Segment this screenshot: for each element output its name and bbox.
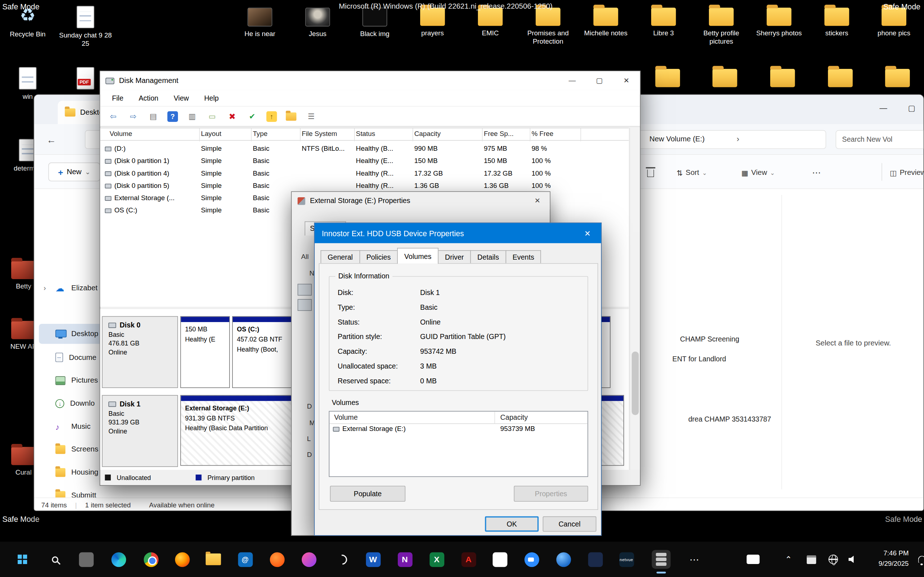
minimize-button[interactable]	[559, 71, 586, 90]
taskbar-media-button[interactable]	[299, 550, 318, 569]
file-item[interactable]: drea CHAMP 3531433787	[688, 415, 771, 423]
tab-driver[interactable]: Driver	[438, 250, 471, 264]
taskbar-word-button[interactable]: W	[363, 550, 382, 569]
col-capacity[interactable]: Capacity	[414, 130, 441, 137]
maximize-button[interactable]	[898, 95, 924, 121]
minimize-button[interactable]	[870, 95, 897, 121]
sort-button[interactable]: Sort	[677, 164, 707, 181]
desktop-icon-sunday-chat[interactable]: Sunday chat 9 28 25	[58, 3, 113, 48]
taskbar-browser-orange-button[interactable]	[267, 550, 286, 569]
tray-app-icon-button[interactable]	[802, 550, 821, 569]
taskbar-zoom-button[interactable]	[522, 550, 541, 569]
col-layout[interactable]: Layout	[201, 130, 221, 137]
preview-button[interactable]: Preview	[890, 164, 924, 181]
properties-button[interactable]: Properties	[514, 486, 588, 501]
desktop-icon-libre-3[interactable]: Libre 3	[636, 3, 690, 37]
col-status[interactable]: Status	[356, 130, 375, 137]
mark-active-icon[interactable]	[246, 110, 258, 122]
col-free-space[interactable]: Free Sp...	[484, 130, 513, 137]
volumes-table[interactable]: Volume Capacity External Storage (E:) 95…	[329, 411, 588, 477]
taskbar-disk-management-button[interactable]	[652, 550, 670, 569]
taskbar-album-button[interactable]	[586, 550, 604, 569]
graphical-view-icon[interactable]	[186, 110, 198, 122]
taskbar-voice-button[interactable]	[333, 550, 351, 569]
tray-volume-button[interactable]	[843, 550, 862, 569]
menu-view[interactable]: View	[174, 94, 189, 102]
desktop-icon-michelle-notes[interactable]: Michelle notes	[578, 3, 633, 37]
taskbar-clock[interactable]: 7:46 PM 9/29/2025	[879, 548, 909, 569]
new-button[interactable]: New	[48, 163, 100, 181]
tray-network-button[interactable]	[824, 550, 842, 569]
disk1-header[interactable]: Disk 1 Basic 931.39 GB Online	[102, 395, 178, 467]
more-options-button[interactable]	[812, 164, 821, 181]
desktop-icon-stickers[interactable]: stickers	[809, 3, 864, 37]
taskbar-sphere-app-button[interactable]	[554, 550, 573, 569]
menu-help[interactable]: Help	[204, 94, 219, 102]
desktop-folder-icon[interactable]	[698, 65, 752, 87]
desktop-folder-icon[interactable]	[870, 65, 924, 87]
desktop-icon-betty-profile[interactable]: Betty profile pictures	[694, 3, 748, 46]
taskbar-acrobat-button[interactable]: A	[459, 550, 478, 569]
innostor-titlebar[interactable]: Innostor Ext. HDD USB Device Properties	[315, 223, 601, 243]
close-button[interactable]	[613, 71, 640, 90]
forward-icon[interactable]	[128, 110, 139, 122]
volume-row[interactable]: External Storage (E:) 953739 MB	[330, 424, 588, 436]
start-button[interactable]	[13, 550, 32, 569]
desktop-folder-icon[interactable]	[813, 65, 867, 87]
view-button[interactable]: View	[741, 164, 775, 181]
delete-volume-icon[interactable]	[226, 110, 238, 122]
populate-button[interactable]: Populate	[330, 486, 405, 501]
file-item[interactable]: ENT for Landlord	[672, 355, 726, 363]
tab-events[interactable]: Events	[505, 250, 541, 264]
tab-details[interactable]: Details	[470, 250, 506, 264]
menu-action[interactable]: Action	[139, 94, 158, 102]
taskbar-mail-button[interactable]: @	[236, 550, 254, 569]
taskbar-file-explorer-button[interactable]	[204, 550, 223, 569]
table-row[interactable]: (Disk 0 partition 1)Simple Basic Healthy…	[100, 155, 629, 168]
back-icon[interactable]	[107, 110, 119, 122]
file-item[interactable]: CHAMP Screening	[680, 335, 739, 343]
partition-efi[interactable]: 150 MB Healthy (E	[181, 316, 230, 388]
taskbar-chrome-button[interactable]	[142, 550, 160, 569]
col-pct-free[interactable]: % Free	[531, 130, 554, 137]
ok-button[interactable]: OK	[485, 516, 539, 532]
search-input[interactable]: Search New Vol	[835, 130, 924, 149]
taskbar-overflow-button[interactable]	[685, 550, 703, 569]
taskbar-onenote-button[interactable]: N	[396, 550, 414, 569]
tray-hidden-icons-button[interactable]	[779, 550, 798, 569]
table-row[interactable]: (D:)Simple BasicNTFS (BitLo... Healthy (…	[100, 143, 629, 155]
close-button[interactable]	[574, 223, 601, 243]
desktop-folder-icon[interactable]	[756, 65, 809, 87]
delete-button[interactable]	[647, 164, 654, 181]
desktop-icon-sherrys-photos[interactable]: Sherrys photos	[752, 3, 806, 37]
desktop-icon-jesus[interactable]: Jesus	[291, 3, 345, 38]
help-icon[interactable]	[168, 111, 178, 121]
taskbar-excel-button[interactable]: X	[427, 550, 446, 569]
export-icon[interactable]	[267, 111, 277, 121]
taskbar-widgets-button[interactable]	[76, 550, 95, 569]
list-view-icon[interactable]	[305, 110, 317, 122]
taskbar-sheets-button[interactable]	[490, 550, 509, 569]
properties-icon[interactable]	[206, 110, 218, 122]
vertical-scrollbar[interactable]	[630, 128, 640, 470]
menu-file[interactable]: File	[112, 94, 123, 102]
properties-titlebar[interactable]: External Storage (E:) Properties	[292, 192, 550, 210]
col-type[interactable]: Type	[253, 130, 267, 137]
taskbar-netvue-button[interactable]: netvue	[617, 550, 636, 569]
tab-general[interactable]: General	[320, 250, 360, 264]
table-row[interactable]: (Disk 0 partition 4)Simple Basic Healthy…	[100, 168, 629, 180]
taskbar-edge-button[interactable]	[109, 550, 128, 569]
show-table-icon[interactable]	[147, 110, 159, 122]
desktop-icon-he-is-near[interactable]: He is near	[233, 3, 287, 38]
tab-policies[interactable]: Policies	[359, 250, 398, 264]
taskbar-search-button[interactable]	[45, 550, 64, 569]
tab-volumes[interactable]: Volumes	[397, 248, 439, 264]
disk-management-titlebar[interactable]: Disk Management	[100, 71, 640, 90]
close-button[interactable]	[525, 192, 550, 210]
col-file-system[interactable]: File System	[302, 130, 337, 137]
taskbar-firefox-button[interactable]	[173, 550, 191, 569]
scrollbar-thumb[interactable]	[632, 351, 639, 415]
col-volume[interactable]: Volume	[110, 130, 132, 137]
breadcrumb[interactable]: New Volume (E:)	[649, 135, 704, 143]
cancel-button[interactable]: Cancel	[543, 516, 597, 532]
